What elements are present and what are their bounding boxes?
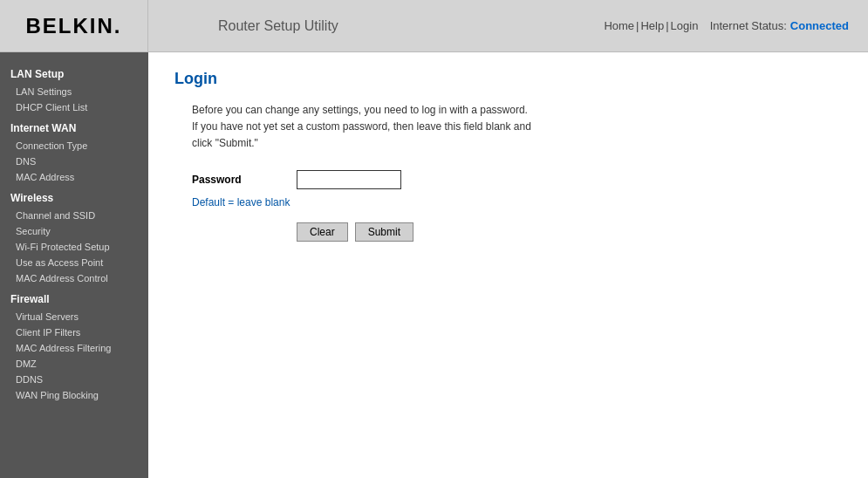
sidebar-item-use-as-access-point[interactable]: Use as Access Point bbox=[0, 255, 148, 270]
default-hint-text: Default = leave blank bbox=[192, 196, 290, 208]
sidebar-item-lan-settings[interactable]: LAN Settings bbox=[0, 84, 148, 99]
sidebar-item-mac-address-control[interactable]: MAC Address Control bbox=[0, 270, 148, 286]
header: BELKIN. Router Setup Utility Home | Help… bbox=[0, 0, 868, 52]
sidebar-item-mac-address-filtering[interactable]: MAC Address Filtering bbox=[0, 340, 148, 356]
page-title: Login bbox=[174, 70, 842, 88]
sidebar-item-dhcp-client-list[interactable]: DHCP Client List bbox=[0, 99, 148, 115]
sidebar-section-firewall: Firewall bbox=[0, 286, 148, 309]
login-description: Before you can change any settings, you … bbox=[192, 102, 842, 153]
login-link[interactable]: Login bbox=[671, 19, 699, 32]
internet-status-label: Internet Status: bbox=[710, 19, 787, 32]
nav-links: Home | Help | Login Internet Status: Con… bbox=[604, 19, 868, 32]
sidebar-item-connection-type[interactable]: Connection Type bbox=[0, 138, 148, 154]
internet-status-value: Connected bbox=[790, 19, 849, 32]
sidebar-item-client-ip-filters[interactable]: Client IP Filters bbox=[0, 324, 148, 340]
sidebar-item-security[interactable]: Security bbox=[0, 223, 148, 239]
default-hint: Default = leave blank bbox=[192, 196, 842, 208]
brand-logo: BELKIN. bbox=[26, 14, 122, 38]
desc-line3: click "Submit." bbox=[192, 137, 258, 149]
desc-line1: Before you can change any settings, you … bbox=[192, 104, 528, 116]
sidebar-item-mac-address[interactable]: MAC Address bbox=[0, 169, 148, 185]
logo-area: BELKIN. bbox=[0, 0, 148, 51]
password-label: Password bbox=[192, 174, 297, 186]
nav-spacer bbox=[700, 19, 706, 32]
sidebar-section-wireless: Wireless bbox=[0, 185, 148, 208]
sidebar: LAN Setup LAN Settings DHCP Client List … bbox=[0, 52, 148, 478]
sidebar-item-virtual-servers[interactable]: Virtual Servers bbox=[0, 309, 148, 324]
sidebar-section-lan-setup: LAN Setup bbox=[0, 61, 148, 84]
desc-line2: If you have not yet set a custom passwor… bbox=[192, 120, 531, 133]
button-row: Clear Submit bbox=[297, 222, 842, 242]
sidebar-item-channel-ssid[interactable]: Channel and SSID bbox=[0, 208, 148, 223]
app-title: Router Setup Utility bbox=[218, 18, 338, 34]
home-link[interactable]: Home bbox=[604, 19, 634, 32]
sidebar-item-dns[interactable]: DNS bbox=[0, 154, 148, 169]
sidebar-item-ddns[interactable]: DDNS bbox=[0, 372, 148, 387]
sidebar-section-internet-wan: Internet WAN bbox=[0, 115, 148, 138]
sidebar-item-wan-ping-blocking[interactable]: WAN Ping Blocking bbox=[0, 387, 148, 403]
nav-sep-1: | bbox=[636, 19, 639, 32]
password-input[interactable] bbox=[297, 170, 401, 189]
title-area: Router Setup Utility bbox=[148, 18, 604, 34]
nav-sep-2: | bbox=[666, 19, 668, 32]
main-content: Login Before you can change any settings… bbox=[148, 52, 868, 478]
sidebar-item-wifi-protected-setup[interactable]: Wi-Fi Protected Setup bbox=[0, 239, 148, 255]
layout: LAN Setup LAN Settings DHCP Client List … bbox=[0, 52, 868, 478]
password-row: Password bbox=[192, 170, 842, 189]
clear-button[interactable]: Clear bbox=[297, 222, 348, 242]
sidebar-item-dmz[interactable]: DMZ bbox=[0, 356, 148, 372]
help-link[interactable]: Help bbox=[640, 19, 664, 32]
submit-button[interactable]: Submit bbox=[355, 222, 413, 242]
